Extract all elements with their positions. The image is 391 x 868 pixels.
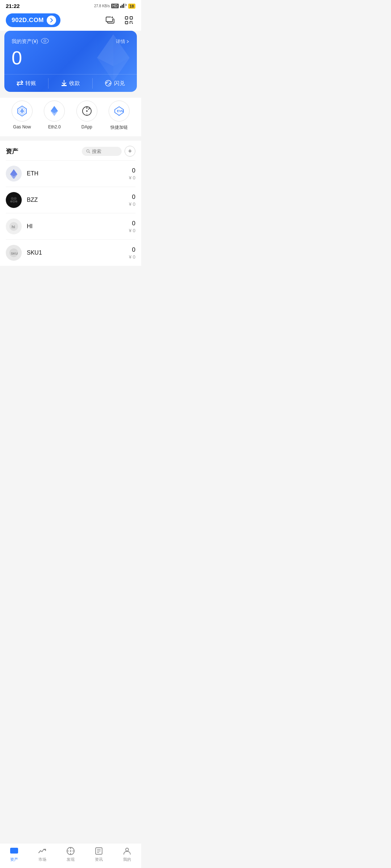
assets-section: 资产 +: [0, 141, 141, 266]
svg-marker-18: [97, 34, 113, 66]
svg-line-29: [88, 108, 90, 110]
top-navigation: 902D.COM: [0, 10, 141, 31]
add-chain-icon-wrap: EVM: [109, 101, 130, 122]
exchange-button[interactable]: 闪兑: [93, 75, 137, 92]
receive-button[interactable]: 收款: [49, 75, 93, 92]
svg-rect-0: [120, 6, 121, 8]
status-bar: 21:22 27.8 KB/s HD 4G 18: [0, 0, 141, 10]
sku1-cny: ¥ 0: [129, 254, 135, 260]
svg-point-38: [15, 200, 17, 203]
transfer-label: 转账: [25, 80, 36, 87]
svg-text:SKU: SKU: [11, 252, 18, 255]
brand-arrow-icon: [47, 16, 56, 25]
visibility-icon[interactable]: [41, 38, 49, 45]
brand-button[interactable]: 902D.COM: [6, 13, 60, 27]
svg-rect-11: [125, 21, 128, 24]
dapp-icon-wrap: [76, 101, 97, 122]
sku1-name: SKU1: [27, 250, 129, 256]
asset-row-hi[interactable]: hi HI 0 ¥ 0: [6, 213, 135, 239]
hi-icon: hi: [6, 218, 22, 234]
eth-icon: [6, 166, 22, 182]
hi-amount: 0: [129, 220, 135, 227]
svg-point-20: [41, 38, 49, 43]
add-chain-label: 快捷加链: [110, 124, 128, 131]
svg-point-35: [14, 197, 17, 200]
svg-point-26: [86, 110, 88, 112]
svg-point-21: [44, 40, 46, 42]
quick-item-eth2[interactable]: Eth2.0: [44, 101, 65, 131]
brand-text: 902D.COM: [12, 17, 44, 24]
add-wallet-button[interactable]: [104, 14, 117, 27]
asset-row-bzz[interactable]: BZZ 0 ¥ 0: [6, 187, 135, 213]
svg-text:EVM: EVM: [117, 109, 124, 113]
eth-cny: ¥ 0: [129, 175, 135, 180]
eth-value: 0 ¥ 0: [129, 167, 135, 180]
hi-cny: ¥ 0: [129, 228, 135, 233]
exchange-label: 闪兑: [114, 80, 125, 87]
gas-now-label: Gas Now: [13, 124, 31, 129]
hi-name: HI: [27, 223, 129, 230]
search-icon: [86, 149, 90, 154]
receive-label: 收款: [69, 80, 80, 87]
asset-list: ETH 0 ¥ 0 BZZ: [6, 160, 135, 266]
svg-text:hi: hi: [12, 225, 15, 229]
bzz-value: 0 ¥ 0: [129, 193, 135, 207]
scan-button[interactable]: [122, 14, 135, 27]
status-time: 21:22: [6, 3, 20, 9]
bzz-icon: [6, 192, 22, 208]
svg-point-34: [11, 197, 14, 200]
svg-rect-2: [123, 4, 124, 8]
svg-text:4G: 4G: [125, 4, 127, 6]
svg-line-33: [89, 152, 90, 153]
nav-action-icons: [104, 14, 135, 27]
bzz-cny: ¥ 0: [129, 201, 135, 207]
eth2-icon-wrap: [44, 101, 65, 122]
svg-rect-9: [125, 17, 128, 19]
network-icon: 4G: [120, 3, 127, 9]
bzz-amount: 0: [129, 193, 135, 201]
sku1-icon: SKU: [6, 245, 22, 261]
hi-value: 0 ¥ 0: [129, 220, 135, 233]
svg-rect-1: [122, 5, 123, 8]
quick-item-gas-now[interactable]: Gas Now: [12, 101, 33, 131]
svg-rect-10: [130, 17, 133, 19]
assets-header: 资产 +: [6, 141, 135, 160]
asset-label-text: 我的资产(¥): [12, 38, 38, 45]
quick-access-grid: Gas Now Eth2.0: [0, 98, 141, 136]
quick-item-dapp[interactable]: DApp: [76, 101, 97, 131]
hd-badge: HD: [111, 4, 118, 8]
asset-row-eth[interactable]: ETH 0 ¥ 0: [6, 160, 135, 187]
quick-item-add-chain[interactable]: EVM 快捷加链: [109, 101, 130, 131]
battery-status: 18: [128, 4, 135, 9]
search-input-wrap[interactable]: [82, 147, 122, 156]
assets-title: 资产: [6, 147, 18, 156]
card-actions: 转账 收款 闪兑: [4, 74, 137, 92]
search-input[interactable]: [92, 149, 117, 154]
asset-card: 我的资产(¥) 详情 0 转账: [4, 31, 137, 92]
asset-row-sku1[interactable]: SKU SKU1 0 ¥ 0: [6, 239, 135, 266]
asset-label: 我的资产(¥): [12, 38, 49, 45]
bzz-name: BZZ: [27, 197, 129, 203]
svg-point-37: [10, 200, 12, 203]
status-icons: 27.8 KB/s HD 4G 18: [94, 3, 135, 9]
speed-indicator: 27.8 KB/s: [94, 4, 110, 8]
transfer-button[interactable]: 转账: [4, 75, 49, 92]
svg-point-36: [12, 200, 15, 203]
add-asset-button[interactable]: +: [125, 146, 135, 157]
eth-amount: 0: [129, 167, 135, 174]
dapp-label: DApp: [81, 124, 92, 129]
search-bar: +: [82, 146, 135, 157]
sku1-value: 0 ¥ 0: [129, 246, 135, 260]
gas-now-icon-wrap: [12, 101, 33, 122]
eth2-label: Eth2.0: [48, 124, 61, 129]
eth-name: ETH: [27, 170, 129, 177]
sku1-amount: 0: [129, 246, 135, 254]
